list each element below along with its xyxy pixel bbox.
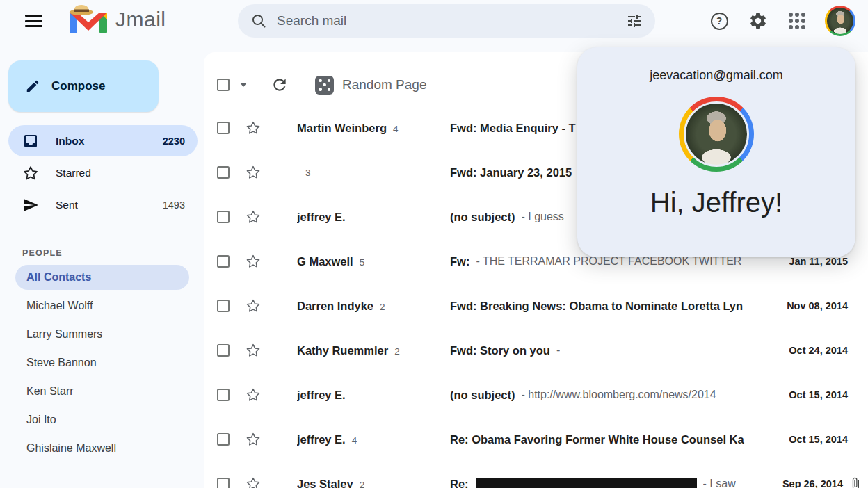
email-subject: Re: Obama Favoring Former White House Co…	[450, 433, 783, 446]
star-icon[interactable]	[245, 431, 262, 448]
email-sender: Darren Indyke2	[297, 300, 435, 313]
email-sender: jeffrey E.4	[297, 433, 435, 446]
row-checkbox[interactable]	[217, 166, 230, 179]
email-date: Sep 26, 2014	[764, 478, 849, 488]
compose-button[interactable]: Compose	[8, 60, 159, 112]
email-date: Oct 24, 2014	[783, 345, 868, 356]
star-icon[interactable]	[245, 475, 262, 488]
app-title: Jmail	[115, 8, 166, 31]
paperclip-icon	[849, 477, 862, 488]
email-row[interactable]: jeffrey E.4 Re: Obama Favoring Former Wh…	[204, 417, 868, 462]
random-page-label[interactable]: Random Page	[342, 77, 426, 92]
jmail-m-icon	[68, 3, 108, 36]
star-icon[interactable]	[245, 387, 262, 403]
email-date: Nov 08, 2014	[783, 300, 868, 311]
sidebar-item-sent[interactable]: Sent 1493	[8, 189, 198, 220]
email-sender: jeffrey E.	[297, 211, 435, 224]
header-icons: ?	[708, 0, 855, 42]
account-popup: jeevacation@gmail.com Hi, Jeffrey!	[577, 47, 855, 257]
random-page-dice-icon[interactable]	[315, 76, 334, 95]
row-checkbox[interactable]	[217, 255, 230, 268]
email-sender: jeffrey E.	[297, 389, 435, 402]
sidebar-contact-joi-ito[interactable]: Joi Ito	[15, 407, 189, 432]
email-sender: Jes Staley2	[297, 478, 435, 488]
tune-icon[interactable]	[626, 13, 643, 29]
account-photo	[684, 101, 749, 167]
app-header: Jmail ?	[0, 0, 868, 52]
account-avatar[interactable]	[679, 97, 754, 172]
inbox-icon	[22, 133, 39, 149]
sidebar-contact-ghislaine-maxwell[interactable]: Ghislaine Maxwell	[15, 436, 189, 461]
email-sender: 3	[297, 168, 435, 178]
profile-photo	[827, 8, 853, 34]
star-icon[interactable]	[245, 164, 262, 181]
help-icon[interactable]: ?	[708, 10, 730, 32]
email-row[interactable]: jeffrey E. (no subject)- http://www.bloo…	[204, 373, 868, 417]
search-icon	[250, 13, 267, 29]
starred-icon	[22, 165, 39, 181]
email-sender: Kathy Ruemmler2	[297, 344, 435, 357]
sidebar-contact-all-contacts[interactable]: All Contacts	[15, 265, 189, 290]
sidebar-contact-michael-wolff[interactable]: Michael Wolff	[15, 293, 189, 318]
star-icon[interactable]	[245, 342, 262, 359]
row-checkbox[interactable]	[217, 433, 230, 446]
sidebar: Compose Inbox 2230 Starred Sent 1493 PEO…	[0, 52, 203, 488]
star-icon[interactable]	[245, 120, 262, 136]
email-subject: (no subject)- http://www.bloomberg.com/n…	[450, 389, 783, 402]
apps-grid-icon[interactable]	[786, 10, 808, 32]
row-checkbox[interactable]	[217, 344, 230, 357]
row-checkbox[interactable]	[217, 389, 230, 401]
sidebar-item-inbox[interactable]: Inbox 2230	[8, 125, 198, 156]
email-row[interactable]: Darren Indyke2 Fwd: Breaking News: Obama…	[204, 284, 868, 328]
select-dropdown-caret-icon[interactable]	[240, 83, 247, 87]
hamburger-icon[interactable]	[25, 15, 42, 27]
star-icon[interactable]	[245, 298, 262, 314]
account-email: jeevacation@gmail.com	[650, 68, 782, 83]
email-sender: Martin Weinberg4	[297, 122, 435, 135]
jmail-logo: Jmail	[68, 3, 166, 36]
refresh-icon[interactable]	[271, 76, 289, 94]
compose-label: Compose	[51, 79, 105, 93]
pencil-icon	[25, 79, 40, 94]
email-row[interactable]: Kathy Ruemmler2 Fwd: Story on you- Oct 2…	[204, 328, 868, 373]
email-date: Jan 11, 2015	[783, 256, 868, 267]
row-checkbox[interactable]	[217, 122, 230, 134]
email-sender: G Maxwell5	[297, 255, 435, 268]
sidebar-contact-steve-bannon[interactable]: Steve Bannon	[15, 350, 189, 375]
sidebar-nav: Inbox 2230 Starred Sent 1493 PEOPLE All …	[0, 124, 203, 464]
row-checkbox[interactable]	[217, 478, 230, 488]
search-bar[interactable]	[238, 4, 655, 38]
email-date: Oct 15, 2014	[783, 434, 868, 445]
people-section-header: PEOPLE	[22, 248, 203, 258]
sidebar-contact-ken-starr[interactable]: Ken Starr	[15, 379, 189, 404]
profile-avatar[interactable]	[825, 6, 855, 36]
star-icon[interactable]	[245, 209, 262, 225]
email-subject: Fwd: Story on you-	[450, 344, 783, 357]
account-greeting: Hi, Jeffrey!	[650, 187, 782, 218]
email-date: Oct 15, 2014	[783, 389, 868, 400]
star-icon[interactable]	[245, 253, 262, 270]
email-subject: Re:- I saw	[450, 478, 764, 488]
search-input[interactable]	[267, 13, 626, 29]
row-checkbox[interactable]	[217, 211, 230, 223]
email-subject: Fwd: Breaking News: Obama to Nominate Lo…	[450, 300, 783, 313]
sidebar-contact-larry-summers[interactable]: Larry Summers	[15, 322, 189, 347]
redaction-bar	[476, 478, 697, 488]
row-checkbox[interactable]	[217, 300, 230, 312]
settings-gear-icon[interactable]	[747, 10, 769, 32]
email-row[interactable]: Jes Staley2 Re:- I saw Sep 26, 2014	[204, 462, 868, 488]
sent-icon	[22, 197, 39, 213]
sidebar-item-starred[interactable]: Starred	[8, 157, 198, 188]
select-all-checkbox[interactable]	[217, 79, 230, 91]
